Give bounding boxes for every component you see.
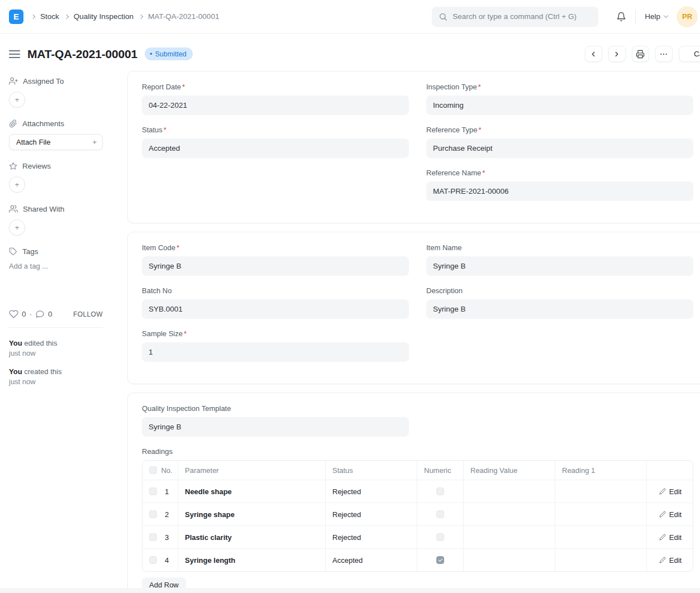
- pencil-icon: [659, 534, 666, 541]
- edit-row-button[interactable]: Edit: [659, 556, 682, 565]
- status-input[interactable]: Accepted: [142, 138, 409, 158]
- item-name-input[interactable]: Syringe B: [426, 256, 693, 276]
- attach-file-label: Attach File: [16, 138, 50, 146]
- prev-document-button[interactable]: [585, 46, 602, 62]
- paperclip-icon: [9, 119, 17, 128]
- field-label: Quality Inspection Template: [142, 404, 231, 413]
- reading-1-cell[interactable]: [555, 549, 647, 571]
- status-cell[interactable]: Rejected: [326, 526, 417, 548]
- batch-no-input[interactable]: SYB.0001: [142, 299, 409, 319]
- reference-type-input[interactable]: Purchase Receipt: [426, 138, 693, 158]
- description-input[interactable]: Syringe B: [426, 299, 693, 319]
- section-reference: Report Date* 04-22-2021 Status* Accepted…: [127, 71, 700, 223]
- numeric-checkbox[interactable]: [436, 487, 444, 495]
- status-badge: Submitted: [145, 47, 193, 60]
- activity-user: You: [9, 339, 22, 347]
- attach-file-button[interactable]: Attach File +: [9, 134, 103, 150]
- field-report-date: Report Date* 04-22-2021: [142, 83, 409, 115]
- quality-inspection-template-input[interactable]: Syringe B: [142, 417, 409, 437]
- edit-row-button[interactable]: Edit: [659, 533, 682, 542]
- numeric-checkbox[interactable]: [436, 510, 444, 518]
- chevron-right-icon: [139, 14, 143, 18]
- notifications-bell-icon[interactable]: [616, 12, 626, 22]
- user-avatar[interactable]: PR: [677, 6, 698, 27]
- reading-value-cell[interactable]: [464, 549, 555, 571]
- field-reference-type: Reference Type* Purchase Receipt: [426, 126, 693, 158]
- field-label: Report Date: [142, 83, 181, 91]
- heart-icon[interactable]: [9, 309, 18, 319]
- col-actions: [647, 461, 693, 480]
- breadcrumb-current: MAT-QA-2021-00001: [148, 12, 219, 21]
- search-input[interactable]: [453, 12, 592, 21]
- breadcrumb-stock[interactable]: Stock: [40, 12, 59, 21]
- assigned-to-section: Assigned To: [9, 76, 116, 85]
- erpnext-logo-icon[interactable]: E: [9, 9, 23, 24]
- table-row: 2 Syringe shape Rejected Edit: [142, 503, 693, 525]
- comment-icon[interactable]: [35, 309, 45, 319]
- breadcrumb-quality-inspection[interactable]: Quality Inspection: [74, 12, 134, 21]
- menu-ellipsis-button[interactable]: [655, 46, 673, 62]
- parameter-cell[interactable]: Syringe shape: [178, 503, 326, 525]
- global-search-bar[interactable]: [432, 7, 598, 27]
- required-marker: *: [184, 329, 187, 338]
- reading-value-cell[interactable]: [464, 480, 555, 503]
- reading-value-cell[interactable]: [464, 526, 555, 548]
- parameter-cell[interactable]: Needle shape: [178, 480, 326, 503]
- select-all-checkbox[interactable]: [149, 466, 157, 474]
- reference-name-input[interactable]: MAT-PRE-2021-00006: [426, 181, 693, 201]
- reading-1-cell[interactable]: [555, 480, 647, 503]
- attachments-label: Attachments: [22, 119, 64, 128]
- inspection-type-input[interactable]: Incoming: [426, 95, 693, 115]
- sample-size-input[interactable]: 1: [142, 342, 409, 362]
- activity-entry: You created this just now: [9, 367, 116, 387]
- activity-time: just now: [9, 377, 116, 387]
- report-date-input[interactable]: 04-22-2021: [142, 95, 409, 115]
- edit-label: Edit: [669, 533, 682, 542]
- edit-row-button[interactable]: Edit: [659, 487, 682, 496]
- tag-icon: [9, 247, 17, 256]
- parameter-cell[interactable]: Syringe length: [178, 549, 326, 571]
- parameter-cell[interactable]: Plastic clarity: [178, 526, 326, 548]
- dot-separator: ·: [30, 310, 32, 318]
- next-document-button[interactable]: [608, 46, 626, 62]
- status-cell[interactable]: Rejected: [326, 480, 417, 503]
- page-title: MAT-QA-2021-00001: [27, 47, 137, 61]
- row-checkbox[interactable]: [149, 487, 157, 495]
- plus-icon: +: [92, 138, 97, 146]
- comment-count: 0: [48, 310, 53, 318]
- field-sample-size: Sample Size* 1: [142, 329, 409, 362]
- print-button[interactable]: [632, 46, 649, 62]
- tags-section: Tags: [9, 247, 116, 256]
- numeric-checkbox[interactable]: [436, 533, 444, 541]
- add-row-button[interactable]: Add Row: [142, 577, 186, 588]
- numeric-checkbox[interactable]: [436, 556, 444, 564]
- field-description: Description Syringe B: [426, 286, 693, 319]
- help-menu[interactable]: Help: [645, 12, 668, 21]
- row-checkbox[interactable]: [149, 510, 157, 518]
- field-label: Status: [142, 126, 163, 134]
- reviews-label: Reviews: [22, 162, 51, 170]
- cancel-button[interactable]: Cancel: [679, 46, 700, 62]
- status-cell[interactable]: Rejected: [326, 503, 417, 525]
- edit-row-button[interactable]: Edit: [659, 510, 682, 519]
- pencil-icon: [659, 488, 666, 495]
- add-tag-input[interactable]: Add a tag ...: [9, 262, 116, 270]
- reading-value-cell[interactable]: [464, 503, 555, 525]
- col-parameter: Parameter: [178, 461, 326, 480]
- like-count: 0: [22, 310, 26, 318]
- activity-entry: You edited this just now: [9, 338, 116, 358]
- shared-with-section: Shared With: [9, 204, 116, 213]
- add-share-button[interactable]: +: [9, 219, 25, 236]
- follow-button[interactable]: FOLLOW: [73, 310, 103, 318]
- search-icon: [439, 12, 447, 21]
- reading-1-cell[interactable]: [555, 526, 647, 548]
- sidebar-toggle-icon[interactable]: [9, 50, 20, 58]
- add-review-button[interactable]: +: [9, 176, 25, 193]
- reading-1-cell[interactable]: [555, 503, 647, 525]
- row-checkbox[interactable]: [149, 556, 157, 564]
- required-marker: *: [478, 83, 481, 91]
- status-cell[interactable]: Accepted: [326, 549, 417, 571]
- item-code-input[interactable]: Syringe B: [142, 256, 409, 276]
- row-checkbox[interactable]: [149, 533, 157, 541]
- add-assignment-button[interactable]: +: [9, 92, 25, 108]
